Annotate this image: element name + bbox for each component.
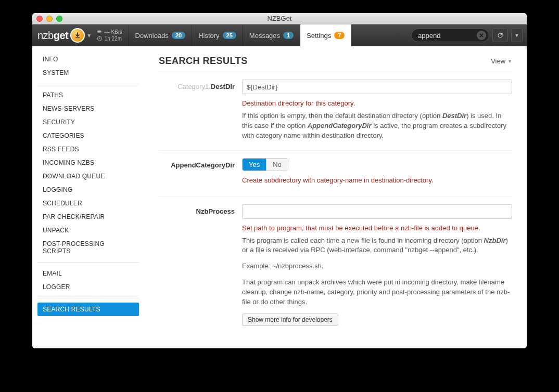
field-nzbprocess: NzbProcess Set path to program, that mus… bbox=[159, 197, 512, 335]
tab-settings-label: Settings bbox=[307, 32, 331, 40]
status-time: 1h 22m bbox=[97, 36, 122, 42]
sidebar-item-system[interactable]: SYSTEM bbox=[37, 66, 139, 80]
sidebar-item-par-check-repair[interactable]: PAR CHECK/REPAIR bbox=[37, 210, 139, 224]
window-title: NZBGet bbox=[32, 15, 527, 22]
destdir-help-body: If this option is empty, then the defaul… bbox=[242, 111, 512, 141]
navbar: nzbget ▼ --- KB/s 1h 22m Downloads 20 Hi… bbox=[32, 24, 527, 46]
status-speed-text: --- KB/s bbox=[105, 29, 122, 35]
search-wrap bbox=[411, 29, 489, 42]
nzbprocess-help-primary: Set path to program, that must be execut… bbox=[242, 224, 512, 232]
sidebar-item-email[interactable]: EMAIL bbox=[37, 267, 139, 280]
status-time-text: 1h 22m bbox=[105, 36, 122, 42]
chevron-down-icon: ▼ bbox=[515, 33, 519, 38]
app-window: NZBGet nzbget ▼ --- KB/s 1h 22m Download… bbox=[32, 13, 527, 348]
destdir-input[interactable] bbox=[242, 80, 512, 94]
tab-downloads-badge: 20 bbox=[172, 32, 185, 39]
tab-messages-badge: 1 bbox=[283, 32, 294, 39]
brand-text-2: get bbox=[54, 30, 69, 42]
sidebar-item-news-servers[interactable]: NEWS-SERVERS bbox=[37, 102, 139, 115]
field-appendcategorydir-label: AppendCategoryDir bbox=[159, 158, 242, 187]
show-more-button[interactable]: Show more info for developers bbox=[242, 313, 338, 326]
sidebar-item-incoming-nzbs[interactable]: INCOMING NZBS bbox=[37, 156, 139, 169]
sidebar-item-download-queue[interactable]: DOWNLOAD QUEUE bbox=[37, 169, 139, 183]
field-nzbprocess-label: NzbProcess bbox=[159, 204, 242, 326]
sidebar-item-post-processing-scripts[interactable]: POST-PROCESSING SCRIPTS bbox=[37, 237, 139, 258]
content: INFOSYSTEMPATHSNEWS-SERVERSSECURITYCATEG… bbox=[32, 46, 527, 348]
main: SEARCH RESULTS View ▼ Category1.DestDir … bbox=[144, 46, 527, 348]
nzbprocess-help-body: This program is called each time a new f… bbox=[242, 236, 512, 307]
destdir-help-primary: Destination directory for this category. bbox=[242, 99, 512, 107]
sidebar-item-paths[interactable]: PATHS bbox=[37, 88, 139, 102]
brand-text-1: nzb bbox=[37, 30, 54, 42]
sidebar-item-security[interactable]: SECURITY bbox=[37, 115, 139, 129]
nav-tabs: Downloads 20 History 25 Messages 1 Setti… bbox=[129, 24, 352, 46]
sidebar-item-scheduler[interactable]: SCHEDULER bbox=[37, 197, 139, 210]
search-clear-icon[interactable] bbox=[477, 31, 486, 40]
appendcategorydir-no[interactable]: No bbox=[266, 159, 288, 171]
sidebar-item-rss-feeds[interactable]: RSS FEEDS bbox=[37, 142, 139, 156]
close-button[interactable] bbox=[36, 16, 43, 22]
field-appendcategorydir: AppendCategoryDir Yes No Create subdirec… bbox=[159, 150, 512, 197]
brand-logo-icon bbox=[70, 28, 85, 43]
tab-settings-badge: 7 bbox=[334, 32, 345, 39]
brand-dropdown-icon[interactable]: ▼ bbox=[86, 33, 91, 38]
tab-history-label: History bbox=[198, 32, 219, 40]
tab-history[interactable]: History 25 bbox=[192, 24, 243, 46]
view-dropdown[interactable]: View ▼ bbox=[491, 57, 512, 65]
refresh-button[interactable] bbox=[492, 29, 508, 42]
sidebar-divider bbox=[37, 262, 139, 263]
field-destdir-label: Category1.DestDir bbox=[159, 80, 242, 141]
appendcategorydir-help-primary: Create subdirectory with category-name i… bbox=[242, 176, 512, 184]
minimize-button[interactable] bbox=[46, 16, 53, 22]
appendcategorydir-yes[interactable]: Yes bbox=[243, 159, 266, 171]
chevron-down-icon: ▼ bbox=[507, 59, 512, 64]
sidebar-item-info[interactable]: INFO bbox=[37, 53, 139, 66]
appendcategorydir-toggle: Yes No bbox=[242, 158, 288, 171]
view-label: View bbox=[491, 57, 505, 65]
tab-history-badge: 25 bbox=[223, 32, 236, 39]
tab-settings[interactable]: Settings 7 bbox=[300, 24, 351, 46]
refresh-dropdown[interactable]: ▼ bbox=[511, 29, 523, 42]
sidebar-item-logger[interactable]: LOGGER bbox=[37, 280, 139, 294]
brand[interactable]: nzbget ▼ bbox=[32, 24, 95, 46]
tab-messages[interactable]: Messages 1 bbox=[243, 24, 300, 46]
sidebar: INFOSYSTEMPATHSNEWS-SERVERSSECURITYCATEG… bbox=[32, 46, 144, 348]
tab-messages-label: Messages bbox=[249, 32, 280, 40]
field-destdir: Category1.DestDir Destination directory … bbox=[159, 72, 512, 150]
maximize-button[interactable] bbox=[56, 16, 62, 22]
sidebar-item-logging[interactable]: LOGGING bbox=[37, 183, 139, 197]
tab-downloads-label: Downloads bbox=[135, 32, 169, 40]
tab-downloads[interactable]: Downloads 20 bbox=[129, 24, 193, 46]
speed-icon bbox=[97, 29, 103, 35]
nzbprocess-input[interactable] bbox=[242, 204, 512, 219]
sidebar-item-unpack[interactable]: UNPACK bbox=[37, 224, 139, 237]
svg-rect-0 bbox=[75, 37, 80, 38]
sidebar-item-search-results[interactable]: SEARCH RESULTS bbox=[37, 303, 139, 316]
sidebar-divider bbox=[37, 298, 139, 298]
clock-icon bbox=[97, 36, 103, 42]
sidebar-item-categories[interactable]: CATEGORIES bbox=[37, 129, 139, 142]
main-header: SEARCH RESULTS View ▼ bbox=[159, 56, 512, 67]
status-speed: --- KB/s bbox=[97, 29, 122, 35]
page-title: SEARCH RESULTS bbox=[159, 56, 248, 67]
refresh-icon bbox=[497, 32, 504, 39]
nav-right: ▼ bbox=[411, 24, 527, 46]
status-block[interactable]: --- KB/s 1h 22m bbox=[95, 24, 129, 46]
sidebar-divider bbox=[37, 84, 139, 84]
titlebar: NZBGet bbox=[32, 13, 527, 24]
window-controls bbox=[36, 16, 62, 22]
